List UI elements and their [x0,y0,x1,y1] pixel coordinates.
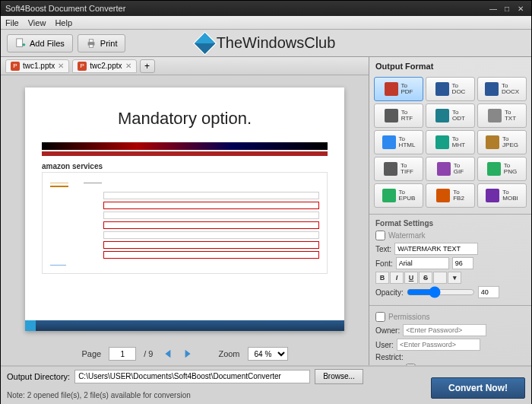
format-doc-button[interactable]: ToDOC [426,77,475,101]
close-button[interactable]: ✕ [515,3,527,14]
format-pdf-button[interactable]: ToPDF [374,77,423,101]
output-directory-label: Output Directory: [7,372,70,381]
zoom-label: Zoom [218,349,239,358]
add-tab-button[interactable]: + [140,59,155,73]
format-icon [385,109,398,122]
zoom-select[interactable]: 64 % [248,347,288,361]
page-first-button[interactable] [160,347,174,361]
logo-icon [193,31,217,55]
format-icon [486,189,499,202]
italic-button[interactable]: I [390,272,404,284]
format-icon [384,162,397,176]
color-dropdown-icon[interactable]: ▾ [448,272,461,284]
tab-close-icon[interactable]: ✕ [58,62,64,70]
convert-now-button[interactable]: Convert Now! [431,377,525,399]
format-mht-button[interactable]: ToMHT [426,130,475,154]
format-icon [435,135,449,149]
watermark-text-input[interactable] [394,243,478,255]
plus-file-icon [15,38,26,49]
right-panel: Output Format ToPDFToDOCToDOCXToRTFToODT… [369,57,531,365]
format-odt-button[interactable]: ToODT [426,103,475,128]
printer-icon [86,38,97,49]
format-icon [435,82,449,96]
print-button[interactable]: Print [78,34,126,52]
status-note: Note: 2 opened file(s), 2 file(s) availa… [7,391,191,399]
logo-text: TheWindowsClub [217,34,336,52]
document-page: Mandatory option. amazon services ——————… [25,87,344,331]
format-icon [487,162,501,176]
browse-button[interactable]: Browse... [315,369,363,384]
menu-help[interactable]: Help [55,18,72,27]
format-rtf-button[interactable]: ToRTF [374,103,423,128]
strike-button[interactable]: S [419,272,432,284]
output-directory-input[interactable] [74,370,310,383]
user-password-input[interactable] [397,339,480,351]
format-tiff-button[interactable]: ToTIFF [374,157,423,181]
file-tab[interactable]: P twc1.pptx ✕ [5,59,69,73]
format-icon [435,109,449,122]
format-icon [486,135,499,149]
svg-rect-2 [89,39,93,42]
watermark-font-input[interactable] [396,257,449,269]
pptx-icon: P [11,62,20,71]
svg-rect-3 [89,44,93,47]
page-last-button[interactable] [182,347,195,361]
format-html-button[interactable]: ToHTML [374,130,423,154]
maximize-button[interactable]: □ [501,3,513,14]
toolbar: Add Files Print TheWindowsClub [1,30,531,57]
document-preview: Mandatory option. amazon services ——————… [1,75,369,342]
tab-close-icon[interactable]: ✕ [125,62,131,70]
format-settings-title: Format Settings [375,219,525,227]
format-mobi-button[interactable]: ToMOBI [477,183,527,208]
watermark-size-input[interactable] [452,257,473,269]
format-epub-button[interactable]: ToEPUB [374,183,423,208]
window-title: Soft4Boost Document Converter [5,4,125,13]
opacity-value[interactable] [478,286,499,298]
menu-file[interactable]: File [5,18,19,27]
format-jpeg-button[interactable]: ToJPEG [477,130,527,154]
format-docx-button[interactable]: ToDOCX [477,77,527,101]
format-gif-button[interactable]: ToGIF [426,157,475,181]
underline-button[interactable]: U [404,272,418,284]
svg-rect-0 [17,38,23,46]
color-swatch[interactable] [433,272,447,284]
page-label: Page [81,349,101,358]
minimize-button[interactable]: — [487,3,499,14]
addfiles-button[interactable]: Add Files [7,34,73,52]
pager: Page / 9 Zoom 64 % [1,342,369,365]
menubar: File View Help [1,16,531,30]
titlebar: Soft4Boost Document Converter — □ ✕ [1,1,531,16]
watermark-checkbox[interactable]: Watermark [375,231,525,240]
opacity-slider[interactable] [407,286,475,298]
format-icon [382,189,396,202]
output-format-title: Output Format [369,57,531,74]
format-fb2-button[interactable]: ToFB2 [426,183,475,208]
bold-button[interactable]: B [375,272,389,284]
logo: TheWindowsClub [197,34,336,52]
format-icon [488,109,502,122]
format-icon [436,189,450,202]
format-txt-button[interactable]: ToTXT [477,103,527,128]
slide-heading: Mandatory option. [42,109,328,129]
format-icon [485,82,499,96]
format-png-button[interactable]: ToPNG [477,157,527,181]
menu-view[interactable]: View [28,18,46,27]
permissions-checkbox[interactable]: Permissions [375,312,525,322]
format-icon [382,135,396,149]
file-tab[interactable]: P twc2.pptx ✕ [72,59,136,73]
format-grid: ToPDFToDOCToDOCXToRTFToODTToTXTToHTMLToM… [369,74,531,214]
pptx-icon: P [78,62,87,71]
page-input[interactable] [109,347,136,361]
file-tabs: P twc1.pptx ✕ P twc2.pptx ✕ + [1,57,369,75]
format-icon [385,82,398,96]
owner-password-input[interactable] [403,324,486,336]
page-total: / 9 [144,349,153,358]
font-style-buttons: B I U S ▾ [375,272,525,284]
format-icon [437,162,451,176]
amazon-services-label: amazon services [42,162,328,170]
